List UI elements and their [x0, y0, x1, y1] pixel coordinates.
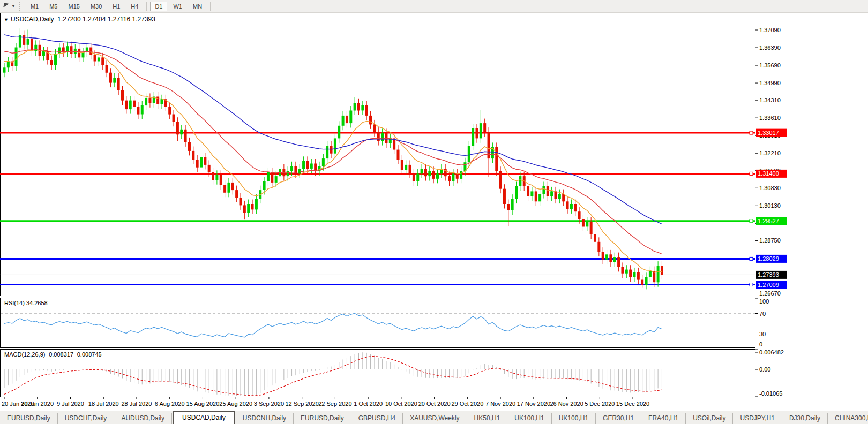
tab-usdchf-daily[interactable]: USDCHF,Daily — [58, 413, 115, 424]
symbol-period-label: USDCAD,Daily — [11, 16, 54, 23]
tab-eurusd-daily[interactable]: EURUSD,Daily — [0, 413, 58, 424]
date-axis[interactable]: 20 Jun 202030 Jun 20209 Jul 202018 Jul 2… — [2, 397, 649, 407]
pane-frames — [1, 13, 755, 397]
tab-audusd-daily[interactable]: AUDUSD,Daily — [114, 413, 172, 424]
svg-text:1.30130: 1.30130 — [759, 202, 781, 209]
svg-text:1.33017: 1.33017 — [758, 130, 779, 136]
tab-dj30-daily[interactable]: DJ30,Daily — [782, 413, 828, 424]
svg-text:1.32210: 1.32210 — [759, 150, 781, 156]
horizontal-lines[interactable] — [0, 131, 755, 286]
svg-text:3 Sep 2020: 3 Sep 2020 — [254, 400, 284, 407]
tab-usdcnh-daily[interactable]: USDCNH,Daily — [236, 413, 294, 424]
svg-text:1.27393: 1.27393 — [758, 271, 779, 278]
timeframe-toolbar: ▼ M1M5M15M30H1H4D1W1MN — [0, 0, 868, 13]
tab-gbpusd-h4[interactable]: GBPUSD,H4 — [351, 413, 403, 424]
svg-text:7 Nov 2020: 7 Nov 2020 — [485, 400, 515, 407]
svg-text:9 Jul 2020: 9 Jul 2020 — [57, 400, 84, 407]
macd-axis[interactable]: 0.0064820.00-0.01065 — [755, 349, 784, 397]
tab-xauusd-weekly[interactable]: XAUUSD,Weekly — [403, 413, 467, 424]
macd-indicator-label: MACD(12,26,9) -0.008317 -0.008745 — [4, 351, 102, 358]
chart-title: ▼USDCAD,Daily 1.27200 1.27404 1.27116 1.… — [4, 16, 155, 23]
timeframe-button-m1[interactable]: M1 — [26, 2, 43, 11]
svg-text:1.34310: 1.34310 — [759, 97, 781, 103]
svg-text:1 Oct 2020: 1 Oct 2020 — [354, 400, 383, 407]
timeframe-button-m15[interactable]: M15 — [63, 2, 84, 11]
svg-text:10 Oct 2020: 10 Oct 2020 — [385, 400, 417, 407]
ma-fast-line — [4, 50, 662, 272]
dropdown-caret-icon[interactable]: ▼ — [11, 4, 16, 9]
chart-canvas[interactable]: 1.370901.363901.356901.349901.343101.336… — [0, 0, 868, 424]
tab-hk50-h1[interactable]: HK50,H1 — [467, 413, 508, 424]
svg-text:1.27009: 1.27009 — [758, 282, 779, 288]
tab-usdjpy-h1[interactable]: USDJPY,H1 — [733, 413, 782, 424]
svg-text:1.35690: 1.35690 — [759, 62, 781, 69]
timeframe-button-mn[interactable]: MN — [188, 2, 207, 11]
timeframe-button-d1[interactable]: D1 — [150, 2, 167, 11]
toolbar-grip[interactable] — [19, 2, 23, 11]
svg-text:30 Jun 2020: 30 Jun 2020 — [21, 400, 54, 407]
svg-text:18 Jul 2020: 18 Jul 2020 — [88, 400, 119, 407]
svg-text:20 Oct 2020: 20 Oct 2020 — [418, 400, 451, 407]
timeframe-button-h1[interactable]: H1 — [108, 2, 125, 11]
svg-text:29 Oct 2020: 29 Oct 2020 — [451, 400, 483, 407]
rsi-indicator-label: RSI(14) 34.2658 — [4, 300, 48, 306]
svg-text:1.28750: 1.28750 — [759, 237, 781, 244]
tab-fra40-h1[interactable]: FRA40,H1 — [641, 413, 686, 424]
svg-text:15 Aug 2020: 15 Aug 2020 — [186, 400, 220, 407]
timeframe-buttons: M1M5M15M30H1H4D1W1MN — [25, 2, 213, 11]
svg-text:6 Aug 2020: 6 Aug 2020 — [155, 400, 185, 407]
svg-text:100: 100 — [759, 298, 769, 305]
window-menu-icon[interactable]: ▼ — [4, 17, 9, 22]
tab-china300-h1[interactable]: CHINA300,H1 — [828, 413, 868, 424]
svg-text:1.26670: 1.26670 — [759, 290, 781, 297]
svg-text:15 Dec 2020: 15 Dec 2020 — [616, 400, 649, 407]
tab-eurusd-daily[interactable]: EURUSD,Daily — [294, 413, 351, 424]
tab-uk100-h1[interactable]: UK100,H1 — [552, 413, 596, 424]
tab-usdcad-daily[interactable]: USDCAD,Daily — [173, 411, 235, 424]
ohlc-values: 1.27200 1.27404 1.27116 1.27393 — [57, 16, 155, 23]
tab-uk100-h1[interactable]: UK100,H1 — [507, 413, 551, 424]
timeframe-button-m5[interactable]: M5 — [44, 2, 62, 11]
timeframe-button-w1[interactable]: W1 — [168, 2, 187, 11]
timeframe-button-h4[interactable]: H4 — [126, 2, 143, 11]
cursor-tool-icon[interactable] — [2, 2, 11, 11]
tab-usoil-daily[interactable]: USOil,Daily — [686, 413, 733, 424]
svg-text:0: 0 — [759, 341, 762, 347]
macd-histogram — [4, 352, 662, 396]
svg-text:1.37090: 1.37090 — [759, 27, 781, 33]
svg-text:1.36390: 1.36390 — [759, 44, 781, 51]
svg-text:0.006482: 0.006482 — [759, 349, 784, 355]
svg-text:1.31400: 1.31400 — [758, 170, 779, 177]
svg-text:17 Nov 2020: 17 Nov 2020 — [517, 400, 550, 407]
svg-text:1.28029: 1.28029 — [758, 255, 779, 262]
rsi-axis[interactable]: 10070300 — [755, 298, 769, 349]
candles-layer — [3, 28, 663, 289]
mt4-window: ▼ M1M5M15M30H1H4D1W1MN 1.370901.363901.3… — [0, 0, 868, 424]
svg-text:1.30830: 1.30830 — [759, 185, 781, 191]
ma-medium-line — [4, 50, 662, 254]
tab-ger30-h1[interactable]: GER30,H1 — [596, 413, 641, 424]
svg-text:1.33610: 1.33610 — [759, 115, 781, 121]
svg-text:12 Sep 2020: 12 Sep 2020 — [285, 400, 318, 407]
svg-text:1.34990: 1.34990 — [759, 80, 781, 86]
svg-text:5 Dec 2020: 5 Dec 2020 — [585, 400, 615, 407]
svg-text:26 Nov 2020: 26 Nov 2020 — [550, 400, 583, 407]
chart-tab-bar: EURUSD,DailyUSDCHF,DailyAUDUSD,DailyUSDC… — [0, 411, 868, 424]
svg-text:-0.01065: -0.01065 — [759, 390, 782, 397]
svg-text:70: 70 — [759, 311, 766, 317]
svg-text:28 Jul 2020: 28 Jul 2020 — [122, 400, 152, 407]
svg-text:22 Sep 2020: 22 Sep 2020 — [318, 400, 351, 407]
svg-text:1.29527: 1.29527 — [758, 218, 779, 224]
svg-text:25 Aug 2020: 25 Aug 2020 — [219, 400, 252, 407]
timeframe-button-m30[interactable]: M30 — [86, 2, 107, 11]
svg-text:0.00: 0.00 — [759, 366, 770, 373]
svg-text:30: 30 — [759, 331, 766, 337]
